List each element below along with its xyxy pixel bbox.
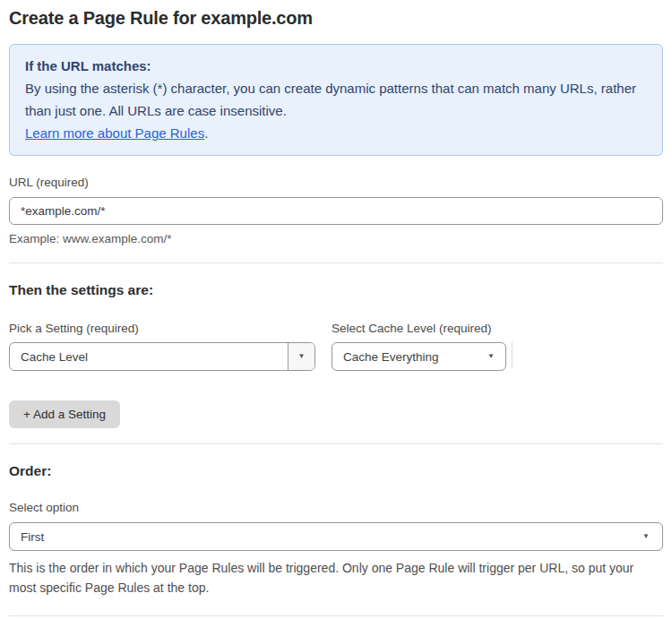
url-match-info-box: If the URL matches: By using the asteris…: [9, 44, 663, 156]
add-setting-button[interactable]: + Add a Setting: [9, 400, 120, 428]
url-example-helper: Example: www.example.com/*: [9, 232, 663, 245]
cache-level-column: Select Cache Level (required) Cache Ever…: [332, 322, 506, 371]
cache-level-value: Cache Everything: [332, 350, 487, 364]
chevron-down-icon: ▼: [298, 353, 306, 360]
url-input[interactable]: [9, 197, 663, 225]
pick-setting-caret-button[interactable]: ▼: [288, 343, 314, 370]
cache-level-label: Select Cache Level (required): [332, 322, 506, 335]
divider-after-url: [9, 262, 663, 263]
order-heading: Order:: [9, 463, 663, 479]
pick-setting-value: Cache Level: [10, 350, 288, 364]
pick-setting-label: Pick a Setting (required): [9, 322, 315, 335]
order-select-label: Select option: [9, 501, 663, 514]
chevron-down-icon: ▼: [487, 353, 495, 360]
learn-more-link[interactable]: Learn more about Page Rules: [25, 125, 204, 141]
settings-row: Pick a Setting (required) Cache Level ▼ …: [9, 322, 663, 371]
divider-before-actions: [9, 615, 663, 616]
create-page-rule-form: Create a Page Rule for example.com If th…: [0, 0, 672, 619]
order-select-value: First: [10, 530, 642, 544]
settings-heading: Then the settings are:: [9, 282, 663, 298]
info-box-link-line: Learn more about Page Rules.: [25, 122, 647, 144]
order-select[interactable]: First ▼: [9, 522, 663, 551]
pick-setting-select[interactable]: Cache Level ▼: [9, 342, 315, 371]
pick-setting-column: Pick a Setting (required) Cache Level ▼: [9, 322, 315, 371]
page-title: Create a Page Rule for example.com: [9, 8, 663, 29]
link-period: .: [204, 125, 208, 141]
info-box-body: By using the asterisk (*) character, you…: [25, 77, 647, 122]
order-helper-text: This is the order in which your Page Rul…: [9, 558, 654, 598]
divider-after-settings: [9, 443, 663, 444]
cache-level-select[interactable]: Cache Everything ▼: [332, 342, 506, 371]
chevron-down-icon: ▼: [642, 533, 650, 540]
settings-row-divider: [512, 340, 514, 369]
url-field-label: URL (required): [9, 176, 663, 189]
info-box-heading: If the URL matches:: [25, 55, 647, 77]
